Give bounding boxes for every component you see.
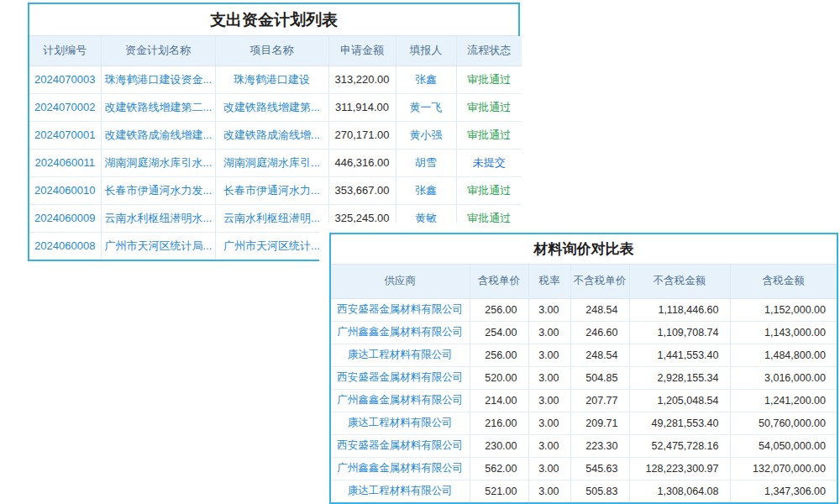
- reporter-cell: 黄一飞: [396, 93, 456, 121]
- price-with-tax-cell: 214.00: [470, 389, 528, 412]
- amount-with-tax-cell: 132,070,000.00: [730, 457, 837, 480]
- plan-name-cell[interactable]: 广州市天河区统计局...: [101, 232, 215, 260]
- amount-no-tax-cell: 2,928,155.34: [629, 366, 730, 389]
- quote-table-row: 广州鑫鑫金属材料有限公司562.003.00545.63128,223,300.…: [331, 457, 837, 480]
- supplier-cell[interactable]: 广州鑫鑫金属材料有限公司: [331, 321, 470, 344]
- quote-table-row: 广州鑫鑫金属材料有限公司254.003.00246.601,109,708.74…: [331, 321, 837, 344]
- quote-table-row: 西安盛器金属材料有限公司256.003.00248.541,118,446.60…: [331, 298, 837, 321]
- plan-name-cell[interactable]: 云南水利枢纽潜明水...: [101, 204, 215, 232]
- plan-table-row: 2024060009云南水利枢纽潜明水...云南水利枢纽潜明...325,245…: [29, 204, 522, 232]
- price-no-tax-cell: 505.83: [570, 480, 629, 502]
- project-name-cell[interactable]: 广州市天河区统计...: [215, 232, 328, 260]
- plan-table-row: 2024070002改建铁路线增建第二...改建铁路线增建第...311,914…: [29, 93, 522, 121]
- project-name-cell[interactable]: 云南水利枢纽潜明...: [215, 204, 328, 232]
- amount-with-tax-cell: 1,143,000.00: [730, 321, 837, 344]
- amount-no-tax-cell: 128,223,300.97: [629, 457, 730, 480]
- supplier-cell[interactable]: 康达工程材料有限公司: [331, 412, 470, 434]
- tax-rate-cell: 3.00: [528, 412, 570, 434]
- amount-no-tax-cell: 1,205,048.54: [629, 389, 730, 412]
- tax-rate-cell: 3.00: [528, 457, 570, 480]
- supplier-cell[interactable]: 西安盛器金属材料有限公司: [331, 434, 470, 457]
- quote-table-row: 康达工程材料有限公司216.003.00209.7149,281,553.405…: [331, 412, 837, 434]
- plan-table-row: 2024060011湖南洞庭湖水库引水...湖南洞庭湖水库引...446,316…: [29, 149, 522, 176]
- plan-id-cell[interactable]: 2024060009: [29, 204, 101, 232]
- supplier-cell[interactable]: 康达工程材料有限公司: [331, 344, 470, 366]
- project-name-cell[interactable]: 湖南洞庭湖水库引...: [215, 149, 328, 176]
- price-no-tax-cell: 248.54: [570, 298, 629, 321]
- supplier-cell[interactable]: 西安盛器金属材料有限公司: [331, 298, 470, 321]
- column-header-supplier: 供应商: [331, 265, 470, 298]
- column-header-plan-name: 资金计划名称: [101, 36, 215, 66]
- status-cell: 审批通过: [456, 121, 522, 149]
- status-cell: 审批通过: [456, 204, 522, 232]
- quote-table-row: 广州鑫鑫金属材料有限公司214.003.00207.771,205,048.54…: [331, 389, 837, 412]
- supplier-cell[interactable]: 广州鑫鑫金属材料有限公司: [331, 457, 470, 480]
- tax-rate-cell: 3.00: [528, 321, 570, 344]
- amount-with-tax-cell: 1,152,000.00: [730, 298, 837, 321]
- project-name-cell[interactable]: 珠海鹤港口建设: [215, 66, 328, 93]
- plan-id-cell[interactable]: 2024070003: [29, 66, 101, 93]
- amount-no-tax-cell: 49,281,553.40: [629, 412, 730, 434]
- project-name-cell[interactable]: 长春市伊通河水力...: [215, 176, 328, 204]
- amount-cell: 446,316.00: [328, 149, 396, 176]
- column-header-price-with-tax: 含税单价: [470, 265, 528, 298]
- column-header-amount: 申请金额: [328, 36, 396, 66]
- plan-table-row: 2024070003珠海鹤港口建设资金...珠海鹤港口建设313,220.00张…: [29, 66, 522, 93]
- reporter-cell: 黄小强: [396, 121, 456, 149]
- quote-table-header-row: 供应商 含税单价 税率 不含税单价 不含税金额 含税金额: [331, 265, 837, 298]
- plan-id-cell[interactable]: 2024070001: [29, 121, 101, 149]
- tax-rate-cell: 3.00: [528, 298, 570, 321]
- column-header-amount-with-tax: 含税金额: [730, 265, 837, 298]
- plan-id-cell[interactable]: 2024060011: [29, 149, 101, 176]
- material-quote-comparison-panel: 材料询价对比表 供应商 含税单价 税率 不含税单价 不含税金额 含税金额 西安盛…: [329, 233, 838, 504]
- amount-with-tax-cell: 50,760,000.00: [730, 412, 837, 434]
- plan-name-cell[interactable]: 湖南洞庭湖水库引水...: [101, 149, 215, 176]
- plan-table-header-row: 计划编号 资金计划名称 项目名称 申请金额 填报人 流程状态: [29, 36, 522, 66]
- column-header-project-name: 项目名称: [215, 36, 328, 66]
- quote-table-row: 康达工程材料有限公司521.003.00505.831,308,064.081,…: [331, 480, 837, 502]
- status-cell: 审批通过: [456, 176, 522, 204]
- plan-id-cell[interactable]: 2024060008: [29, 232, 101, 260]
- column-header-status: 流程状态: [456, 36, 522, 66]
- plan-name-cell[interactable]: 长春市伊通河水力发...: [101, 176, 215, 204]
- project-name-cell[interactable]: 改建铁路线增建第...: [215, 93, 328, 121]
- plan-id-cell[interactable]: 2024070002: [29, 93, 101, 121]
- reporter-cell: 张鑫: [396, 176, 456, 204]
- amount-with-tax-cell: 1,484,800.00: [730, 344, 837, 366]
- amount-cell: 270,171.00: [328, 121, 396, 149]
- tax-rate-cell: 3.00: [528, 344, 570, 366]
- price-with-tax-cell: 216.00: [470, 412, 528, 434]
- supplier-cell[interactable]: 康达工程材料有限公司: [331, 480, 470, 502]
- plan-name-cell[interactable]: 珠海鹤港口建设资金...: [101, 66, 215, 93]
- amount-no-tax-cell: 1,308,064.08: [629, 480, 730, 502]
- supplier-cell[interactable]: 西安盛器金属材料有限公司: [331, 366, 470, 389]
- column-header-reporter: 填报人: [396, 36, 456, 66]
- amount-with-tax-cell: 54,050,000.00: [730, 434, 837, 457]
- quote-table-row: 康达工程材料有限公司256.003.00248.541,441,553.401,…: [331, 344, 837, 366]
- price-with-tax-cell: 521.00: [470, 480, 528, 502]
- price-with-tax-cell: 230.00: [470, 434, 528, 457]
- amount-with-tax-cell: 1,347,306.00: [730, 480, 837, 502]
- price-with-tax-cell: 256.00: [470, 298, 528, 321]
- amount-cell: 325,245.00: [328, 204, 396, 232]
- price-no-tax-cell: 248.54: [570, 344, 629, 366]
- expenditure-plan-table-panel: 支出资金计划列表 计划编号 资金计划名称 项目名称 申请金额 填报人 流程状态 …: [28, 3, 520, 261]
- price-no-tax-cell: 209.71: [570, 412, 629, 434]
- tax-rate-cell: 3.00: [528, 480, 570, 502]
- material-quote-table-title: 材料询价对比表: [331, 234, 837, 265]
- plan-name-cell[interactable]: 改建铁路线增建第二...: [101, 93, 215, 121]
- expenditure-plan-table: 计划编号 资金计划名称 项目名称 申请金额 填报人 流程状态 202407000…: [29, 36, 522, 260]
- status-cell: 审批通过: [456, 66, 522, 93]
- amount-no-tax-cell: 52,475,728.16: [629, 434, 730, 457]
- plan-id-cell[interactable]: 2024060010: [29, 176, 101, 204]
- supplier-cell[interactable]: 广州鑫鑫金属材料有限公司: [331, 389, 470, 412]
- expenditure-plan-table-title: 支出资金计划列表: [29, 4, 518, 36]
- reporter-cell: 黄敏: [396, 204, 456, 232]
- column-header-amount-no-tax: 不含税金额: [629, 265, 730, 298]
- amount-no-tax-cell: 1,109,708.74: [629, 321, 730, 344]
- price-no-tax-cell: 223.30: [570, 434, 629, 457]
- price-with-tax-cell: 254.00: [470, 321, 528, 344]
- project-name-cell[interactable]: 改建铁路成渝线增...: [215, 121, 328, 149]
- plan-name-cell[interactable]: 改建铁路成渝线增建...: [101, 121, 215, 149]
- amount-with-tax-cell: 3,016,000.00: [730, 366, 837, 389]
